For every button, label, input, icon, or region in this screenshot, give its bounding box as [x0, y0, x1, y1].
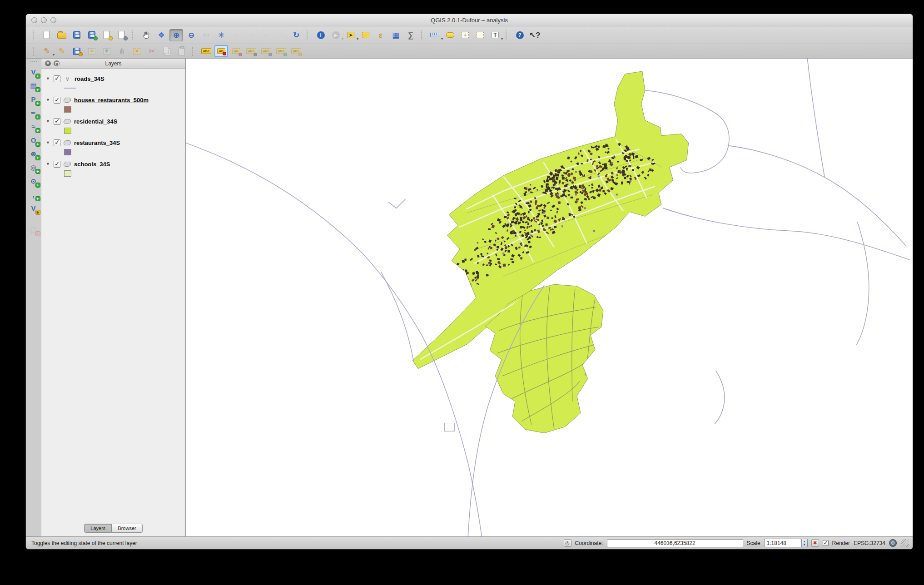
label-settings[interactable]: abc [199, 45, 213, 57]
crs-status-icon[interactable]: ⊕ [889, 539, 897, 547]
expander-icon[interactable]: ▼ [46, 119, 50, 124]
add-spatialite-layer[interactable]: ✒+ [27, 107, 40, 119]
layer-label[interactable]: schools_34S [74, 161, 110, 168]
zoom-out[interactable]: ⊖ [184, 29, 198, 41]
close-button[interactable] [31, 17, 37, 23]
save-layer-edits[interactable] [70, 45, 84, 57]
layer-symbology-row [41, 127, 185, 134]
save-project-as[interactable] [85, 29, 99, 41]
zoom-last: ◌ [259, 29, 273, 41]
toolbar-separator [132, 30, 136, 40]
whats-this[interactable]: ↖? [528, 29, 541, 41]
layer-swatch [64, 106, 71, 113]
coordinate-input[interactable] [607, 539, 743, 547]
label-settings-icon: abc [201, 48, 211, 54]
map-tips[interactable] [443, 29, 457, 41]
add-vector-layer[interactable]: V+ [27, 66, 40, 78]
layer-row-residential_34S[interactable]: ▼residential_34S [41, 116, 185, 127]
layer-visibility-checkbox[interactable] [54, 118, 60, 125]
refresh-map[interactable]: ↻ [289, 29, 303, 41]
zoom-full-extent[interactable]: ✳ [214, 29, 228, 41]
expander-icon[interactable]: ▼ [46, 98, 50, 102]
layer-row-schools_34S[interactable]: ▼schools_34S [41, 159, 185, 169]
new-shapefile-layer[interactable]: V✱ [27, 202, 40, 214]
new-project[interactable] [40, 29, 54, 41]
panel-float-button[interactable] [54, 60, 60, 66]
layer-row-roads_34S[interactable]: ▼∨roads_34S [41, 73, 185, 84]
layer-label[interactable]: roads_34S [75, 75, 104, 82]
save-project-as-badge [94, 36, 98, 40]
zoom-in-icon: ⊕ [173, 31, 179, 39]
help-icon: ? [516, 31, 524, 39]
scale-combo[interactable]: 1:18148 ▲▼ [764, 539, 808, 547]
text-annotation[interactable]: T [488, 29, 502, 41]
layer-visibility-checkbox[interactable] [54, 139, 60, 146]
polygon-geometry-icon [64, 140, 71, 145]
map-canvas[interactable] [186, 59, 913, 536]
extents-toggle-icon[interactable]: ◎ [564, 539, 571, 547]
add-oracle-layer[interactable]: O+ [27, 134, 40, 146]
add-wms-layer[interactable]: ⊛+ [27, 148, 40, 160]
tab-layers[interactable]: Layers [84, 524, 112, 533]
layer-visibility-checkbox[interactable] [54, 75, 60, 82]
add-mssql-layer[interactable]: ≈+ [27, 120, 40, 133]
layer-label[interactable]: houses_restaurants_500m [74, 97, 149, 104]
layer-visibility-checkbox[interactable] [54, 97, 60, 104]
layer-row-restaurants_34S[interactable]: ▼restaurants_34S [41, 137, 185, 148]
resize-grip-icon[interactable] [901, 539, 909, 547]
panel-close-button[interactable]: × [45, 60, 51, 66]
toolbar-separator [506, 30, 509, 40]
add-wfs-layer[interactable]: ⊙+ [27, 175, 40, 187]
identify-features[interactable]: i [314, 29, 328, 41]
add-wcs-layer[interactable]: ◎+ [27, 161, 40, 174]
minimize-button[interactable] [41, 17, 47, 23]
show-bookmarks[interactable] [473, 29, 487, 41]
new-print-composer[interactable] [100, 29, 114, 41]
deselect-features[interactable] [359, 29, 373, 41]
new-print-composer-badge [109, 36, 113, 40]
polygon-geometry-icon [64, 162, 71, 167]
pan-to-selection[interactable]: ❖ [154, 29, 168, 41]
add-wfs-layer-badge: + [35, 183, 40, 188]
zoom-window-button[interactable] [50, 17, 56, 23]
add-raster-layer[interactable]: ▦+ [27, 79, 40, 92]
open-project[interactable] [55, 29, 69, 41]
help[interactable]: ? [513, 29, 527, 41]
measure[interactable] [428, 29, 442, 41]
tab-browser[interactable]: Browser [112, 524, 142, 533]
expander-icon[interactable]: ▼ [46, 76, 50, 81]
titlebar[interactable]: QGIS 2.0.1-Dufour – analysis [26, 14, 913, 26]
stop-rendering-icon[interactable]: ✖ [811, 539, 819, 547]
layer-symbology-row [41, 105, 185, 113]
save-project[interactable] [70, 29, 84, 41]
open-attribute-table[interactable]: ▦ [389, 29, 402, 41]
layer-row-houses_restaurants_500m[interactable]: ▼houses_restaurants_500m [41, 94, 185, 105]
toggle-editing[interactable]: ✎ [55, 45, 69, 57]
pan-to-selection-icon: ❖ [158, 31, 164, 39]
select-features[interactable]: ➤ [344, 29, 358, 41]
layer-label[interactable]: restaurants_34S [74, 139, 120, 146]
render-checkbox[interactable] [823, 540, 829, 546]
field-calculator[interactable]: ∑ [404, 29, 417, 41]
pin-labels[interactable]: ab [214, 45, 228, 57]
whats-this-icon: ↖? [529, 31, 541, 39]
expander-icon[interactable]: ▼ [46, 162, 50, 166]
add-vector-layer-icon: V [31, 69, 35, 75]
expander-icon[interactable]: ▼ [46, 140, 50, 145]
scale-spinner[interactable]: ▲▼ [801, 539, 807, 547]
zoom-in[interactable]: ⊕ [169, 29, 183, 41]
add-delimited-text-layer[interactable]: ,+ [27, 188, 40, 201]
select-by-expression[interactable]: ε [374, 29, 387, 41]
composer-manager[interactable] [115, 29, 129, 41]
toolbar-separator [307, 30, 310, 40]
add-postgis-layer[interactable]: P+ [27, 93, 40, 105]
run-feature-action: ▶ [329, 29, 343, 41]
add-wms-layer-badge: + [35, 155, 40, 160]
new-bookmark[interactable]: + [458, 29, 472, 41]
current-edits[interactable]: ✎ [40, 45, 54, 57]
layer-visibility-checkbox[interactable] [54, 161, 60, 168]
layers-panel: × Layers ▼∨roads_34S▼houses_restaurants_… [41, 59, 186, 536]
pan-map[interactable] [139, 29, 153, 41]
window-title: QGIS 2.0.1-Dufour – analysis [431, 17, 508, 24]
layer-label[interactable]: residential_34S [74, 118, 117, 125]
